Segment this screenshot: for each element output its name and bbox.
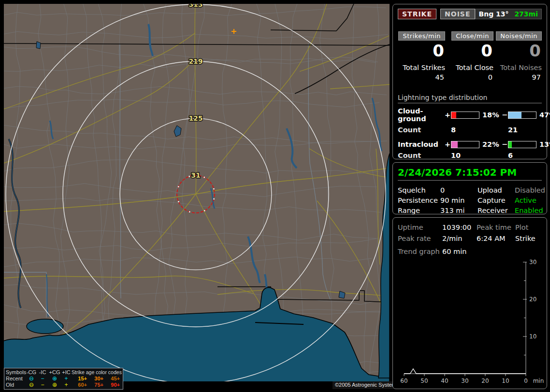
strikes-rate-value: 0 xyxy=(433,42,444,60)
stats-panel: STRIKE NOISE Bng 13° 273mi Strikes/min 0… xyxy=(392,4,547,159)
peak-time-label: Peak time xyxy=(477,223,515,232)
persistence-value: 90 min xyxy=(440,196,478,205)
lightning-map[interactable]: 31125219313 xyxy=(4,4,390,381)
ic-negative-bar xyxy=(508,141,536,148)
legend-row-old-label: Old xyxy=(6,382,26,388)
total-strikes-value: 45 xyxy=(435,73,445,81)
app-window: 31125219313 Symbols -CG -IC +CG +IC Stri… xyxy=(0,0,550,392)
count-label: Count xyxy=(398,152,444,159)
capture-value: Active xyxy=(515,196,545,205)
svg-text:0: 0 xyxy=(524,378,528,384)
squelch-value: 0 xyxy=(440,185,478,195)
svg-text:219: 219 xyxy=(188,57,203,65)
ic-negative-count: 6 xyxy=(508,152,550,159)
cg-positive-pct: 18% xyxy=(480,111,501,119)
cg-positive-count: 8 xyxy=(451,126,501,134)
legend-age-header: Strike age color codes xyxy=(72,369,120,376)
svg-text:60: 60 xyxy=(400,378,407,384)
svg-text:40: 40 xyxy=(441,378,448,384)
uptime-value: 1039:00 xyxy=(442,223,477,232)
map-legend: Symbols -CG -IC +CG +IC Strike age color… xyxy=(4,368,123,390)
trend-window-value: 60 min xyxy=(442,248,542,255)
range-value: 313 mi xyxy=(440,206,478,215)
minus-sign: − xyxy=(501,140,508,148)
intracloud-label: Intracloud xyxy=(398,140,444,148)
datetime-display: 2/24/2026 7:15:02 PM xyxy=(398,167,542,178)
trend-panel: Uptime 1039:00 Peak time Plot Peak rate … xyxy=(392,217,547,389)
age-60: 60+ xyxy=(72,382,87,388)
svg-text:10: 10 xyxy=(529,333,536,340)
cloud-ground-label: Cloud-ground xyxy=(398,107,444,123)
trend-graph-row: Trend graph 60 min xyxy=(398,248,542,255)
count-label: Count xyxy=(398,126,444,134)
strike-toggle-button[interactable]: STRIKE xyxy=(398,9,436,19)
status-grid: Squelch 0 Upload Disabled Persistence 90… xyxy=(398,185,542,215)
age-45: 45+ xyxy=(103,376,120,382)
trend-graph: 6050403020100min102030 xyxy=(393,259,546,388)
intracloud-row: Intracloud + 22% − 13% xyxy=(398,140,542,148)
bearing-distance: 273mi xyxy=(514,10,538,18)
svg-text:min: min xyxy=(533,378,544,384)
svg-text:20: 20 xyxy=(529,296,536,303)
cg-negative-pct: 47% xyxy=(537,111,550,119)
plus-sign: + xyxy=(444,140,451,148)
ic-positive-count: 10 xyxy=(451,152,501,159)
peak-rate-value: 2/min xyxy=(442,234,477,243)
peak-time-value: 6:24 AM xyxy=(477,234,515,243)
age-75: 75+ xyxy=(87,382,103,388)
age-30: 30+ xyxy=(87,376,103,382)
range-label: Range xyxy=(398,206,440,215)
total-close-value: 0 xyxy=(488,73,493,81)
plot-value: Strike xyxy=(515,234,542,243)
trend-graph-label: Trend graph xyxy=(398,248,442,255)
status-panel: 2/24/2026 7:15:02 PM Squelch 0 Upload Di… xyxy=(392,162,547,214)
cg-negative-count: 21 xyxy=(508,126,550,134)
lightning-distribution: Lightning type distribution Cloud-ground… xyxy=(398,94,542,159)
minus-sign: − xyxy=(501,111,508,119)
cloud-ground-row: Cloud-ground + 18% − 47% xyxy=(398,107,542,123)
close-rate-value: 0 xyxy=(481,42,492,60)
noises-per-min-button[interactable]: Noises/min xyxy=(496,31,542,41)
svg-text:30: 30 xyxy=(461,378,468,384)
close-per-min-button[interactable]: Close/min xyxy=(451,31,493,41)
plus-cg-old-icon: ⊕ xyxy=(48,382,61,388)
svg-text:31: 31 xyxy=(191,171,200,179)
upload-value: Disabled xyxy=(515,185,545,195)
total-noises-label: Total Noises xyxy=(500,64,542,71)
noises-counter: Noises/min 0 Total Noises 97 xyxy=(494,31,542,81)
svg-text:50: 50 xyxy=(420,378,428,384)
separator xyxy=(398,180,542,181)
distribution-title: Lightning type distribution xyxy=(398,94,542,103)
sidebar: STRIKE NOISE Bng 13° 273mi Strikes/min 0… xyxy=(392,0,547,392)
toggle-row: STRIKE NOISE Bng 13° 273mi xyxy=(398,8,542,20)
persistence-label: Persistence xyxy=(398,196,440,205)
map-svg: 31125219313 xyxy=(4,4,390,381)
svg-text:313: 313 xyxy=(188,4,203,8)
plus-sign: + xyxy=(444,111,451,119)
total-close-label: Total Close xyxy=(456,64,493,71)
legend-row-recent-label: Recent xyxy=(6,376,26,382)
upload-label: Upload xyxy=(478,185,515,195)
ic-positive-bar xyxy=(451,141,479,148)
strikes-counter: Strikes/min 0 Total Strikes 45 xyxy=(398,31,445,81)
ic-count-row: Count 10 6 xyxy=(398,152,542,159)
cg-count-row: Count 8 21 xyxy=(398,126,542,134)
age-15: 15+ xyxy=(72,376,87,382)
strikes-per-min-button[interactable]: Strikes/min xyxy=(398,31,445,41)
plus-ic-old-icon: + xyxy=(61,382,72,388)
legend-symbols-header: Symbols xyxy=(6,369,26,376)
squelch-label: Squelch xyxy=(398,185,440,195)
total-noises-value: 97 xyxy=(532,73,542,81)
peak-rate-label: Peak rate xyxy=(398,234,442,243)
ic-negative-pct: 13% xyxy=(537,140,550,148)
noise-toggle-button[interactable]: NOISE xyxy=(440,9,475,19)
cg-positive-bar xyxy=(451,112,479,119)
close-counter: Close/min 0 Total Close 0 xyxy=(446,31,493,81)
svg-text:10: 10 xyxy=(502,378,509,384)
noises-rate-value: 0 xyxy=(529,42,541,60)
minus-ic-old-icon: − xyxy=(37,382,48,388)
bearing-display: Bng 13° 273mi xyxy=(475,9,542,19)
rate-counters: Strikes/min 0 Total Strikes 45 Close/min… xyxy=(398,31,542,81)
copyright-notice: ©2005 Astrogenic Systems xyxy=(333,381,401,389)
activity-grid: Uptime 1039:00 Peak time Plot Peak rate … xyxy=(398,223,542,243)
